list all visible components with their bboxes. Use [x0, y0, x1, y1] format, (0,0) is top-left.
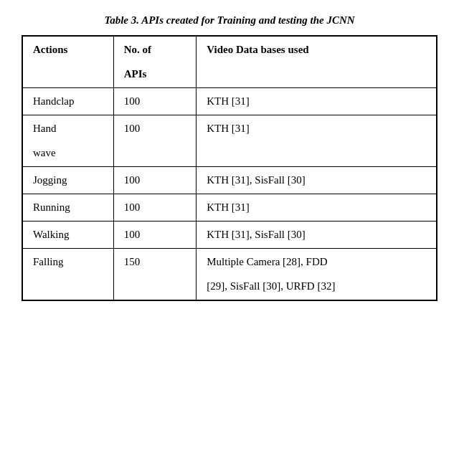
cell-video: KTH [31], SisFall [30]: [197, 167, 437, 194]
table-row: Handclap100KTH [31]: [22, 88, 437, 115]
table-row: Handwave100KTH [31]: [22, 115, 437, 167]
data-table: Actions No. ofAPIs Video Data bases used…: [22, 35, 437, 301]
cell-apis: 100: [113, 222, 197, 249]
page-title: Table 3. APIs created for Training and t…: [22, 14, 437, 27]
cell-action: Walking: [22, 222, 113, 249]
table-row: Walking100KTH [31], SisFall [30]: [22, 222, 437, 249]
cell-action: Handclap: [22, 88, 113, 115]
cell-action: Handwave: [22, 115, 113, 167]
table-row: Jogging100KTH [31], SisFall [30]: [22, 167, 437, 194]
header-video: Video Data bases used: [197, 36, 437, 88]
table-row: Running100KTH [31]: [22, 194, 437, 222]
table-header-row: Actions No. ofAPIs Video Data bases used: [22, 36, 437, 88]
table-row: Falling150Multiple Camera [28], FDD[29],…: [22, 249, 437, 301]
cell-video: Multiple Camera [28], FDD[29], SisFall […: [197, 249, 437, 301]
cell-action: Jogging: [22, 167, 113, 194]
cell-video: KTH [31]: [197, 88, 437, 115]
header-actions: Actions: [22, 36, 113, 88]
cell-action: Running: [22, 194, 113, 222]
cell-apis: 100: [113, 115, 197, 167]
cell-action: Falling: [22, 249, 113, 301]
cell-apis: 100: [113, 167, 197, 194]
cell-apis: 150: [113, 249, 197, 301]
cell-apis: 100: [113, 194, 197, 222]
cell-video: KTH [31]: [197, 194, 437, 222]
cell-apis: 100: [113, 88, 197, 115]
header-apis: No. ofAPIs: [113, 36, 197, 88]
cell-video: KTH [31]: [197, 115, 437, 167]
cell-video: KTH [31], SisFall [30]: [197, 222, 437, 249]
